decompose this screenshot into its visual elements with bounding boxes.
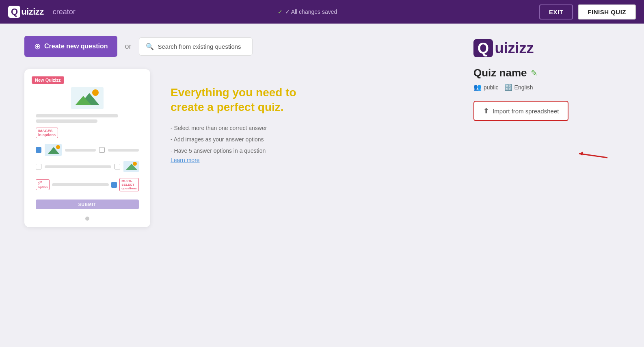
preview-card: New Quizizz [24, 69, 150, 227]
promo-area: Everything you need to create a perfect … [162, 69, 457, 227]
promo-bullet-3: - Have 5 answer options in a question [171, 145, 457, 156]
quiz-name-row: Quiz name ✎ [473, 67, 538, 79]
public-icon: 👥 [473, 83, 482, 91]
language-label: English [514, 84, 533, 91]
finish-quiz-button[interactable]: FINISH QUIZ [578, 4, 636, 20]
option-row-2 [36, 161, 139, 172]
checkbox-checked-2 [111, 182, 117, 188]
learn-more-link[interactable]: Learn more [171, 157, 200, 163]
svg-point-3 [92, 89, 99, 96]
meta-row: 👥 public 🔡 English [473, 83, 533, 91]
search-box[interactable]: 🔍 Search from existing questions [139, 37, 253, 56]
checkbox-empty [99, 147, 105, 153]
quiz-name-label: Quiz name [473, 67, 527, 79]
submit-button-mock: SUBMIT [36, 200, 139, 209]
svg-line-10 [579, 154, 607, 158]
edit-quiz-name-icon[interactable]: ✎ [531, 68, 538, 78]
main-content: ⊕ Create new question or 🔍 Search from e… [0, 24, 644, 239]
save-status: ✓ ✓ All changes saved [278, 9, 337, 15]
phone-home-dot [85, 217, 89, 221]
promo-title: Everything you need to create a perfect … [171, 85, 313, 115]
checkbox-empty-2 [36, 164, 41, 169]
phone-image-row [32, 87, 143, 109]
promo-bullet-1: - Select more than one correct answer [171, 122, 457, 134]
exit-button[interactable]: EXIT [539, 4, 573, 20]
option-text-line [65, 149, 96, 152]
images-in-options-badge: IMAGESin options [36, 128, 58, 138]
checkbox-checked [36, 147, 41, 153]
question-text-lines [36, 114, 139, 123]
search-icon: 🔍 [146, 43, 154, 50]
create-new-question-button[interactable]: ⊕ Create new question [24, 36, 117, 57]
status-text: ✓ All changes saved [285, 9, 337, 15]
language-icon: 🔡 [504, 83, 512, 91]
top-actions: ⊕ Create new question or 🔍 Search from e… [24, 36, 457, 57]
upload-icon: ⬆ [483, 106, 489, 115]
logo-q: Q [8, 6, 20, 18]
brand-q: Q [473, 39, 493, 57]
svg-point-9 [133, 162, 137, 166]
text-line [36, 114, 118, 117]
creator-label: creator [53, 8, 76, 16]
svg-point-6 [56, 145, 60, 149]
sidebar-brand-logo: Q uizizz [473, 40, 534, 57]
header-right: EXIT FINISH QUIZ [539, 4, 636, 20]
or-separator: or [125, 42, 131, 51]
import-label: Import from spreadsheet [493, 108, 559, 115]
option-image-1 [45, 144, 62, 156]
logo-rest: uizizz [21, 7, 44, 17]
visibility-item: 👥 public [473, 83, 499, 91]
visibility-label: public [484, 84, 499, 91]
header-left: Q uizizz creator [8, 6, 76, 18]
right-panel: Q uizizz Quiz name ✎ 👥 public 🔡 English … [473, 36, 620, 227]
checkmark-icon: ✓ [278, 9, 283, 15]
logo: Q uizizz [8, 6, 44, 18]
create-btn-label: Create new question [44, 43, 108, 50]
content-row: New Quizizz [24, 69, 457, 227]
fifth-option-badge: 5thoption [36, 179, 50, 190]
promo-list: - Select more than one correct answer - … [171, 122, 457, 156]
option-text-line-2 [45, 165, 111, 168]
images-badge-row: IMAGESin options [36, 128, 139, 138]
option-text-line [108, 149, 139, 152]
checkbox-empty-3 [115, 164, 120, 169]
option-row-1 [36, 144, 139, 156]
mountain-image-main [71, 87, 104, 109]
app-header: Q uizizz creator ✓ ✓ All changes saved E… [0, 0, 644, 24]
brand-rest: uizizz [495, 40, 534, 56]
text-line [36, 119, 97, 123]
badges-row: 5thoption MULTI-SELECTquestions [36, 178, 139, 191]
option-image-2 [123, 161, 139, 172]
left-panel: ⊕ Create new question or 🔍 Search from e… [24, 36, 457, 227]
new-quizizz-badge: New Quizizz [32, 76, 64, 84]
plus-circle-icon: ⊕ [34, 41, 41, 51]
search-placeholder-text: Search from existing questions [158, 43, 241, 50]
import-from-spreadsheet-button[interactable]: ⬆ Import from spreadsheet [473, 101, 568, 121]
language-item: 🔡 English [504, 83, 533, 91]
arrow-annotation [567, 150, 616, 182]
promo-bullet-2: - Add images as your answer options [171, 134, 457, 145]
spacer-line [52, 183, 109, 186]
phone-mockup: IMAGESin options [32, 87, 143, 221]
svg-marker-11 [579, 152, 583, 156]
multi-select-badge: MULTI-SELECTquestions [119, 178, 139, 191]
